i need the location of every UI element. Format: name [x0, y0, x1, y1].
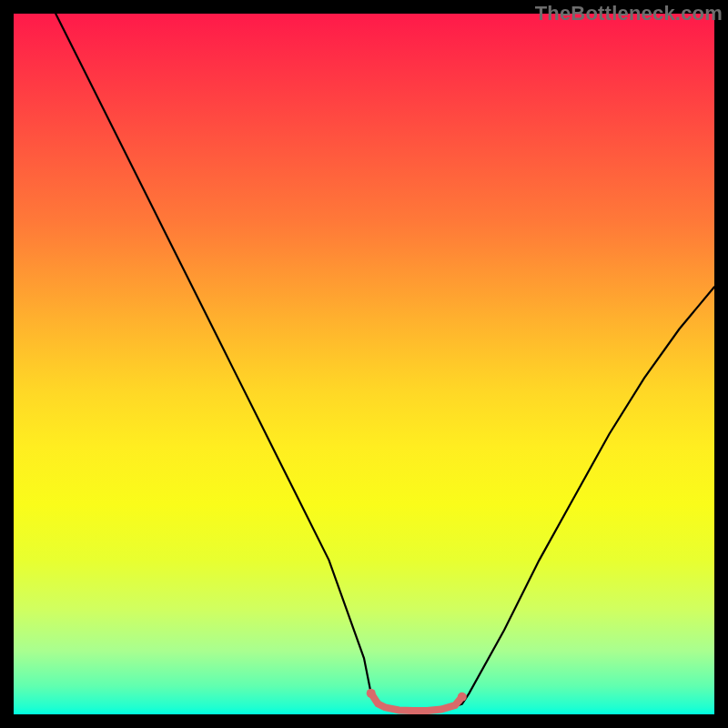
- trough-end-dot: [458, 693, 467, 702]
- trough-marker: [371, 693, 462, 711]
- chart-container: TheBottleneck.com: [0, 0, 728, 728]
- watermark-text: TheBottleneck.com: [535, 2, 723, 25]
- trough-start-dot: [367, 689, 376, 698]
- curve-svg: [14, 14, 714, 714]
- bottleneck-curve: [56, 14, 714, 711]
